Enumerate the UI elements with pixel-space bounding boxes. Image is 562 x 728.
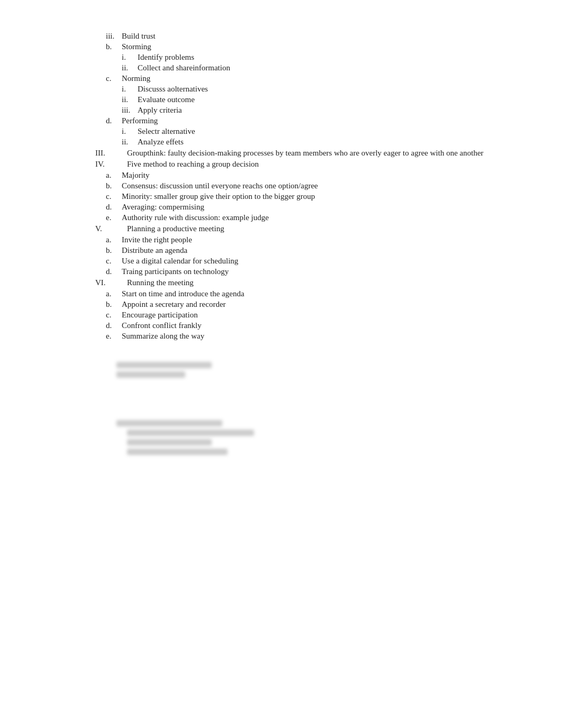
item-IV-d: d. Averaging: compermising [106, 203, 520, 212]
item-VI-a: a. Start on time and introduce the agend… [106, 289, 520, 298]
text-V-d: Traing participants on technology [122, 267, 520, 276]
marker-d-ii: ii. [122, 138, 138, 147]
text-VI-c: Encourage participation [122, 311, 520, 320]
item-roman-V: V. Planning a productive meeting [95, 224, 520, 233]
text-V-a: Invite the right people [122, 235, 520, 244]
marker-d-performing: d. [106, 116, 122, 125]
item-iii-build-trust: iii. Build trust [106, 32, 520, 41]
text-IV-b: Consensus: discussion until everyone rea… [122, 181, 520, 190]
marker-V-d: d. [106, 267, 122, 276]
outline: iii. Build trust b. Storming i. Identify… [95, 32, 520, 341]
item-IV-a: a. Majority [106, 171, 520, 180]
text-IV-a: Majority [122, 171, 520, 180]
item-d-i: i. Selectr alternative [122, 127, 520, 136]
text-roman-V: Planning a productive meeting [127, 224, 520, 233]
text-VI-e: Summarize along the way [122, 332, 520, 341]
text-c-norming: Norming [122, 74, 520, 83]
text-roman-VI: Running the meeting [127, 278, 520, 287]
marker-VI-e: e. [106, 332, 122, 341]
item-b-storming: b. Storming [106, 42, 520, 51]
blurred-content-1 [116, 362, 520, 378]
blurred-content-2 [116, 420, 520, 455]
text-c-ii: Evaluate outcome [138, 95, 520, 104]
text-VI-d: Confront conflict frankly [122, 321, 520, 330]
marker-c-norming: c. [106, 74, 122, 83]
marker-VI-b: b. [106, 300, 122, 309]
text-VI-b: Appoint a secretary and recorder [122, 300, 520, 309]
item-V-c: c. Use a digital calendar for scheduling [106, 257, 520, 266]
marker-roman-III: III. [95, 149, 127, 158]
text-IV-d: Averaging: compermising [122, 203, 520, 212]
text-d-performing: Performing [122, 116, 520, 125]
item-V-d: d. Traing participants on technology [106, 267, 520, 276]
item-d-ii: ii. Analyze effets [122, 138, 520, 147]
item-IV-b: b. Consensus: discussion until everyone … [106, 181, 520, 190]
text-IV-e: Authority rule with discussion: example … [122, 213, 520, 222]
marker-VI-c: c. [106, 311, 122, 320]
item-roman-III: III. Groupthink: faulty decision-making … [95, 149, 520, 158]
marker-V-b: b. [106, 246, 122, 255]
blurred-line-5 [127, 439, 212, 445]
item-b-i: i. Identify problems [122, 53, 520, 62]
text-VI-a: Start on time and introduce the agenda [122, 289, 520, 298]
text-roman-IV: Five method to reaching a group decision [127, 160, 520, 169]
text-V-b: Distribute an agenda [122, 246, 520, 255]
marker-IV-d: d. [106, 203, 122, 212]
blurred-line-1 [116, 362, 212, 368]
item-c-i: i. Discusss aolternatives [122, 85, 520, 94]
page: iii. Build trust b. Storming i. Identify… [0, 0, 562, 728]
item-c-norming: c. Norming [106, 74, 520, 83]
item-VI-d: d. Confront conflict frankly [106, 321, 520, 330]
marker-VI-d: d. [106, 321, 122, 330]
blurred-line-2 [116, 371, 185, 378]
text-V-c: Use a digital calendar for scheduling [122, 257, 520, 266]
text-b-storming: Storming [122, 42, 520, 51]
text-b-i: Identify problems [138, 53, 520, 62]
marker-VI-a: a. [106, 289, 122, 298]
text-c-iii: Apply criteria [138, 106, 520, 115]
marker-V-c: c. [106, 257, 122, 266]
blurred-line-3 [116, 420, 222, 426]
item-roman-IV: IV. Five method to reaching a group deci… [95, 160, 520, 169]
item-roman-VI: VI. Running the meeting [95, 278, 520, 287]
item-c-ii: ii. Evaluate outcome [122, 95, 520, 104]
blurred-line-6 [127, 449, 228, 455]
marker-c-i: i. [122, 85, 138, 94]
blurred-line-4 [127, 430, 254, 436]
marker-c-iii: iii. [122, 106, 138, 115]
marker-roman-V: V. [95, 224, 127, 233]
marker-IV-b: b. [106, 181, 122, 190]
item-IV-e: e. Authority rule with discussion: examp… [106, 213, 520, 222]
text-c-i: Discusss aolternatives [138, 85, 520, 94]
text-roman-III: Groupthink: faulty decision-making proce… [127, 149, 520, 158]
item-VI-b: b. Appoint a secretary and recorder [106, 300, 520, 309]
item-c-iii: iii. Apply criteria [122, 106, 520, 115]
item-IV-c: c. Minority: smaller group give their op… [106, 192, 520, 201]
item-V-b: b. Distribute an agenda [106, 246, 520, 255]
text-d-ii: Analyze effets [138, 138, 520, 147]
marker-b-i: i. [122, 53, 138, 62]
marker-d-i: i. [122, 127, 138, 136]
item-VI-e: e. Summarize along the way [106, 332, 520, 341]
text-d-i: Selectr alternative [138, 127, 520, 136]
marker-roman-VI: VI. [95, 278, 127, 287]
marker-IV-e: e. [106, 213, 122, 222]
marker-b-ii: ii. [122, 63, 138, 72]
item-d-performing: d. Performing [106, 116, 520, 125]
marker-iii-build-trust: iii. [106, 32, 122, 41]
text-b-ii: Collect and shareinformation [138, 63, 520, 72]
marker-roman-IV: IV. [95, 160, 127, 169]
item-VI-c: c. Encourage participation [106, 311, 520, 320]
marker-IV-c: c. [106, 192, 122, 201]
text-IV-c: Minority: smaller group give their optio… [122, 192, 520, 201]
item-V-a: a. Invite the right people [106, 235, 520, 244]
marker-c-ii: ii. [122, 95, 138, 104]
item-b-ii: ii. Collect and shareinformation [122, 63, 520, 72]
marker-IV-a: a. [106, 171, 122, 180]
text-iii-build-trust: Build trust [122, 32, 520, 41]
marker-V-a: a. [106, 235, 122, 244]
marker-b-storming: b. [106, 42, 122, 51]
